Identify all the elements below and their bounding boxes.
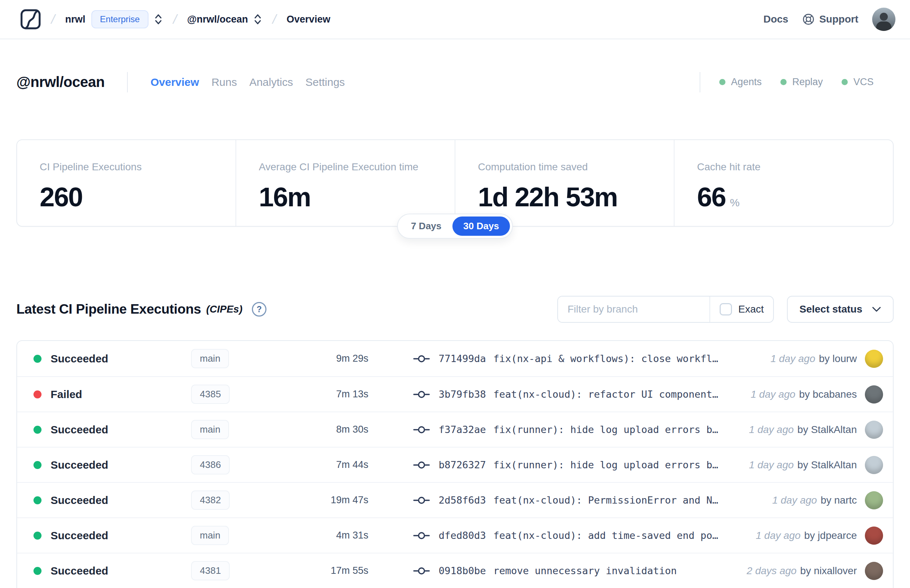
status-cell: Succeeded <box>34 530 191 542</box>
enterprise-badge[interactable]: Enterprise <box>91 10 149 28</box>
commit-hash: 771499da <box>439 353 486 364</box>
cipe-row[interactable]: Succeeded main 4m 31s dfed80d3 feat(nx-c… <box>17 517 893 553</box>
stat-value: 1d 22h 53m <box>478 182 651 213</box>
commit-hash: 0918b0be <box>439 565 486 577</box>
relative-time: 1 day ago <box>771 353 815 365</box>
relative-time: 1 day ago <box>749 459 794 471</box>
feature-label: Agents <box>731 76 761 88</box>
commit-text: 0918b0be remove unnecessary invalidation <box>439 565 677 577</box>
support-label: Support <box>819 13 858 25</box>
meta-cell: 1 day ago by bcabanes <box>750 385 883 404</box>
range-7-days[interactable]: 7 Days <box>400 216 453 236</box>
breadcrumb-workspace[interactable]: @nrwl/ocean <box>187 14 248 25</box>
feature-replay: Replay <box>781 76 823 88</box>
meta-cell: 1 day ago by jdpearce <box>756 527 883 545</box>
duration: 4m 31s <box>275 530 369 541</box>
commit-message: remove unnecessary invalidation <box>493 565 677 577</box>
author: by nixallover <box>800 565 857 577</box>
author-avatar[interactable] <box>865 527 883 545</box>
nx-cloud-logo-icon[interactable] <box>20 9 41 30</box>
status-dot <box>34 426 42 434</box>
author-avatar[interactable] <box>865 491 883 509</box>
stats-section: CI Pipeline Executions 260 Average CI Pi… <box>16 139 894 227</box>
exact-checkbox[interactable] <box>719 303 732 315</box>
status-dot-icon <box>719 79 726 85</box>
stat-label: CI Pipeline Executions <box>40 161 213 173</box>
author: by nartc <box>821 494 857 506</box>
commit-hash: 2d58f6d3 <box>439 494 486 506</box>
feature-label: VCS <box>853 76 874 88</box>
author-avatar[interactable] <box>865 456 883 474</box>
commit-text: 3b79fb38 feat(nx-cloud): refactor UI com… <box>439 389 718 400</box>
duration: 7m 13s <box>275 389 369 400</box>
commit-cell: 771499da fix(nx-api & workflows): close … <box>369 353 771 364</box>
commit-cell: f37a32ae fix(runner): hide log upload er… <box>369 424 749 435</box>
commit-text: f37a32ae fix(runner): hide log upload er… <box>439 424 718 435</box>
meta-cell: 1 day ago by StalkAltan <box>749 421 883 439</box>
tab-runs[interactable]: Runs <box>212 76 237 89</box>
branch-badge: main <box>191 526 229 545</box>
breadcrumb: / nrwl Enterprise / @nrwl/ocean / Overvi… <box>20 9 330 30</box>
author-avatar[interactable] <box>865 421 883 439</box>
exact-match-control: Exact <box>710 297 773 322</box>
support-link[interactable]: Support <box>802 13 858 26</box>
commit-message: fix(runner): hide log upload errors b… <box>493 424 718 435</box>
status-dot <box>34 496 42 504</box>
range-30-days[interactable]: 30 Days <box>453 216 510 236</box>
breadcrumb-org[interactable]: nrwl <box>65 14 86 25</box>
status-dot <box>34 391 42 399</box>
cipe-row[interactable]: Succeeded 4386 7m 44s b8726327 fix(runne… <box>17 447 893 482</box>
status-select-button[interactable]: Select status <box>787 296 894 323</box>
stat-card-executions: CI Pipeline Executions 260 <box>17 140 236 226</box>
relative-time: 1 day ago <box>772 494 817 506</box>
commit-text: dfed80d3 feat(nx-cloud): add time-saved … <box>439 530 718 541</box>
author-avatar[interactable] <box>865 350 883 368</box>
branch-badge: main <box>191 349 229 368</box>
meta-cell: 2 days ago by nixallover <box>747 562 883 580</box>
author: by jdpearce <box>804 530 857 541</box>
status-label: Failed <box>50 388 82 401</box>
cipe-row[interactable]: Succeeded 4381 17m 55s 0918b0be remove u… <box>17 553 893 588</box>
cipe-header: Latest CI Pipeline Executions (CIPEs) ? … <box>16 295 894 324</box>
status-dot <box>34 567 42 575</box>
help-icon[interactable]: ? <box>252 302 267 317</box>
stat-card-time-saved: Computation time saved 1d 22h 53m <box>455 140 674 226</box>
branch-filter-input[interactable] <box>558 297 710 322</box>
user-avatar[interactable] <box>872 8 895 31</box>
top-nav: / nrwl Enterprise / @nrwl/ocean / Overvi… <box>0 0 910 39</box>
commit-hash: 3b79fb38 <box>439 389 486 400</box>
page-title: @nrwl/ocean <box>16 74 105 90</box>
tab-overview[interactable]: Overview <box>150 76 199 89</box>
relative-time: 1 day ago <box>756 530 800 541</box>
status-label: Succeeded <box>50 565 108 577</box>
tab-settings[interactable]: Settings <box>305 76 345 89</box>
status-cell: Succeeded <box>34 494 191 507</box>
date-range-toggle: 7 Days 30 Days <box>397 213 513 239</box>
docs-link[interactable]: Docs <box>763 13 788 25</box>
commit-cell: 0918b0be remove unnecessary invalidation <box>369 565 747 577</box>
org-switcher-chevrons-icon[interactable] <box>154 13 163 26</box>
workspace-switcher-chevrons-icon[interactable] <box>253 13 262 26</box>
author-avatar[interactable] <box>865 562 883 580</box>
status-cell: Succeeded <box>34 565 191 577</box>
status-dot-icon <box>842 79 848 85</box>
stat-card-cache-hit: Cache hit rate 66% <box>674 140 893 226</box>
status-dot-icon <box>781 79 787 85</box>
cipe-row[interactable]: Succeeded main 8m 30s f37a32ae fix(runne… <box>17 412 893 447</box>
branch-badge: 4381 <box>191 561 230 580</box>
commit-cell: 2d58f6d3 feat(nx-cloud): PermissionError… <box>369 494 772 506</box>
stat-value: 260 <box>40 182 213 213</box>
stat-label: Computation time saved <box>478 161 651 173</box>
cipe-row[interactable]: Succeeded 4382 19m 47s 2d58f6d3 feat(nx-… <box>17 482 893 517</box>
git-commit-icon <box>413 531 431 540</box>
duration: 9m 29s <box>275 353 369 364</box>
stat-suffix: % <box>730 197 740 208</box>
cipe-row[interactable]: Failed 4385 7m 13s 3b79fb38 feat(nx-clou… <box>17 376 893 412</box>
workspace-bar: @nrwl/ocean Overview Runs Analytics Sett… <box>16 66 894 97</box>
stat-card-avg-time: Average CI Pipeline Execution time 16m <box>236 140 455 226</box>
author-avatar[interactable] <box>865 385 883 404</box>
commit-cell: 3b79fb38 feat(nx-cloud): refactor UI com… <box>369 389 750 400</box>
tab-analytics[interactable]: Analytics <box>249 76 293 89</box>
cipe-controls: Exact Select status <box>557 296 894 323</box>
cipe-row[interactable]: Succeeded main 9m 29s 771499da fix(nx-ap… <box>17 341 893 376</box>
